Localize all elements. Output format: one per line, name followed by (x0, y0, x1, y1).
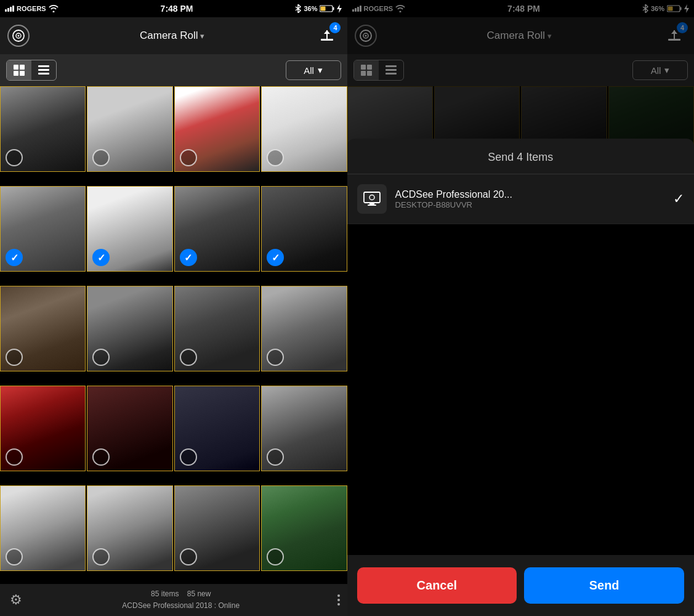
svg-rect-10 (14, 71, 18, 76)
battery-icon (320, 5, 334, 12)
photo-cell-6[interactable]: ✓ (87, 186, 172, 272)
nav-title[interactable]: Camera Roll ▾ (140, 30, 204, 42)
svg-rect-32 (368, 205, 376, 206)
bottom-info: 85 items 85 new ACDSee Professional 2018… (25, 588, 337, 612)
svg-rect-12 (38, 65, 49, 67)
send-button[interactable]: Send (524, 567, 684, 604)
dropdown-arrow: ▾ (200, 31, 204, 41)
svg-rect-2 (321, 7, 326, 11)
device-monitor-svg (363, 191, 381, 207)
svg-rect-11 (20, 71, 25, 76)
dialog-buttons: Cancel Send (347, 555, 695, 616)
left-filter-bar: All ▾ (0, 54, 347, 86)
select-circle-7[interactable]: ✓ (180, 249, 197, 266)
right-phone-panel: ROGERS 7:48 PM 36% (347, 0, 695, 616)
select-circle-15[interactable] (180, 448, 197, 466)
photo-cell-7[interactable]: ✓ (174, 186, 260, 272)
left-bottom-bar: ⚙ 85 items 85 new ACDSee Professional 20… (0, 584, 347, 616)
left-nav-bar: Camera Roll ▾ 4 (0, 17, 347, 54)
signal-bars (5, 6, 14, 12)
photo-cell-10[interactable] (87, 286, 172, 371)
svg-rect-31 (369, 203, 374, 205)
svg-rect-8 (14, 65, 18, 70)
photo-cell-15[interactable] (174, 386, 260, 471)
app-logo[interactable] (7, 25, 30, 47)
svg-rect-6 (321, 39, 333, 41)
status-left: ROGERS (5, 5, 59, 12)
svg-point-33 (369, 195, 374, 200)
left-status-bar: ROGERS 7:48 PM 36% (0, 0, 347, 17)
grid-view-icon (13, 64, 25, 76)
carrier-label: ROGERS (17, 5, 46, 12)
photo-cell-17[interactable] (0, 485, 86, 571)
photo-cell-4[interactable] (261, 86, 347, 172)
device-row[interactable]: ACDSee Professional 20... DESKTOP-B88UVV… (347, 174, 695, 224)
photo-cell-3[interactable] (174, 86, 260, 172)
photo-cell-5[interactable]: ✓ (0, 186, 86, 272)
charging-icon (337, 4, 342, 13)
photo-cell-1[interactable] (0, 86, 86, 172)
camera-icon (12, 29, 25, 43)
device-host: DESKTOP-B88UVVR (395, 200, 665, 209)
svg-rect-9 (20, 65, 25, 70)
select-circle-19[interactable] (180, 548, 197, 565)
select-circle-11[interactable] (180, 349, 197, 366)
left-phone-panel: ROGERS 7:48 PM 36% (0, 0, 347, 616)
view-toggle[interactable] (6, 60, 57, 81)
dialog-title: Send 4 Items (347, 139, 695, 174)
dialog-spacer (347, 224, 695, 555)
photo-cell-2[interactable] (87, 86, 172, 172)
photo-cell-20[interactable] (261, 485, 347, 571)
svg-rect-14 (38, 73, 49, 75)
device-info: ACDSee Professional 20... DESKTOP-B88UVV… (395, 189, 665, 209)
svg-point-5 (18, 35, 20, 37)
send-dialog: Send 4 Items ACDSee Professional 20... D… (347, 139, 695, 616)
status-right: 36% (295, 4, 342, 13)
device-checkmark: ✓ (673, 191, 684, 207)
photo-cell-16[interactable] (261, 386, 347, 471)
photo-cell-18[interactable] (87, 485, 172, 571)
svg-rect-30 (364, 192, 380, 203)
photo-cell-14[interactable] (87, 386, 172, 471)
photo-cell-11[interactable] (174, 286, 260, 371)
battery-pct: 36% (304, 5, 317, 12)
photo-cell-19[interactable] (174, 485, 260, 571)
svg-rect-13 (38, 69, 49, 71)
photo-cell-12[interactable] (261, 286, 347, 371)
photo-cell-13[interactable] (0, 386, 86, 471)
monitor-icon (357, 184, 387, 214)
time-display: 7:48 PM (161, 4, 193, 14)
upload-button[interactable]: 4 (315, 23, 339, 48)
cancel-button[interactable]: Cancel (357, 567, 517, 604)
svg-rect-1 (333, 7, 334, 10)
bluetooth-icon (295, 4, 301, 13)
send-dialog-overlay: Send 4 Items ACDSee Professional 20... D… (347, 0, 695, 616)
settings-icon[interactable]: ⚙ (7, 591, 25, 609)
wifi-icon (49, 5, 59, 12)
list-view-icon (38, 64, 50, 76)
select-circle-3[interactable] (180, 149, 197, 166)
photo-cell-9[interactable] (0, 286, 86, 371)
photo-grid: ✓ ✓ ✓ ✓ (0, 86, 347, 584)
more-button[interactable] (337, 594, 340, 606)
filter-dropdown[interactable]: All ▾ (286, 60, 341, 80)
grid-view-button[interactable] (7, 60, 31, 80)
list-view-button[interactable] (31, 60, 56, 80)
photo-cell-8[interactable]: ✓ (261, 186, 347, 272)
device-name: ACDSee Professional 20... (395, 189, 665, 200)
upload-badge: 4 (329, 22, 341, 33)
